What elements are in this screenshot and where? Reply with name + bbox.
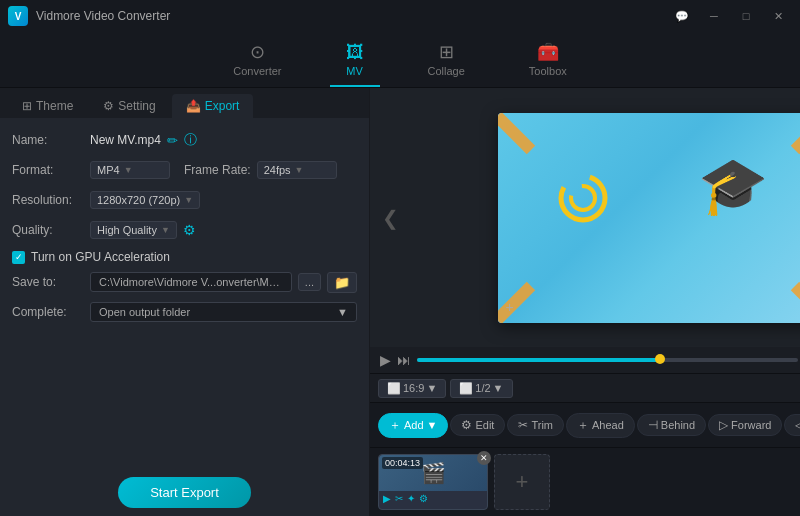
graduation-cap-icon: 🎓	[698, 153, 768, 219]
mv-icon: 🖼	[346, 42, 364, 63]
timeline-edit-button[interactable]: ⚙ Edit	[450, 414, 505, 436]
add-label: Add	[404, 419, 424, 431]
format-value: MP4	[97, 164, 120, 176]
gpu-checkbox[interactable]: ✓	[12, 251, 25, 264]
format-label: Format:	[12, 163, 84, 177]
frame-rate-dropdown[interactable]: 24fps ▼	[257, 161, 337, 179]
add-clip-button[interactable]: +	[494, 454, 550, 510]
play-button[interactable]: ▶	[380, 352, 391, 368]
clip-close-button[interactable]: ✕	[477, 451, 491, 465]
preview-background: 🎓 + +	[498, 113, 800, 323]
timeline-ahead-button[interactable]: ＋ Ahead	[566, 413, 635, 438]
quality-row: Quality: High Quality ▼ ⚙	[12, 218, 357, 242]
forward-icon: ▷	[719, 418, 728, 432]
trim-label: Trim	[531, 419, 553, 431]
resolution-dropdown[interactable]: 1280x720 (720p) ▼	[90, 191, 200, 209]
sub-tab-setting[interactable]: ⚙ Setting	[89, 94, 169, 118]
tab-toolbox[interactable]: 🧰 Toolbox	[513, 35, 583, 87]
gpu-label: Turn on GPU Acceleration	[31, 250, 170, 264]
timeline-add-button[interactable]: ＋ Add ▼	[378, 413, 448, 438]
main-area: ⊞ Theme ⚙ Setting 📤 Export Name: New MV.…	[0, 88, 800, 516]
behind-icon: ⊣	[648, 418, 658, 432]
timeline-toolbar: ＋ Add ▼ ⚙ Edit ✂ Trim ＋ Ahead ⊣	[370, 403, 800, 448]
complete-arrow-icon: ▼	[337, 306, 348, 318]
forward-label: Forward	[731, 419, 771, 431]
ahead-icon: ＋	[577, 417, 589, 434]
complete-dropdown[interactable]: Open output folder ▼	[90, 302, 357, 322]
tab-toolbox-label: Toolbox	[529, 65, 567, 77]
ahead-label: Ahead	[592, 419, 624, 431]
tape-top-right	[790, 113, 800, 154]
add-icon: ＋	[389, 417, 401, 434]
app-icon: V	[8, 6, 28, 26]
clip-more-icon[interactable]: ⚙	[419, 493, 428, 504]
clip-play-icon[interactable]: ▶	[383, 493, 391, 504]
trim-icon: ✂	[518, 418, 528, 432]
browse-folder-button[interactable]: 📁	[327, 272, 357, 293]
plus-icon-bottom-left[interactable]: +	[506, 299, 514, 315]
complete-value: Open output folder	[99, 306, 190, 318]
minimize-button[interactable]: ─	[700, 6, 728, 26]
step-forward-button[interactable]: ⏭	[397, 352, 411, 368]
page-value: 1/2	[475, 382, 490, 394]
format-dropdown[interactable]: MP4 ▼	[90, 161, 170, 179]
video-controls: ▶ ⏭ 00:04:08.03/00:04:13.03 🔊	[370, 347, 800, 373]
tab-converter[interactable]: ⊙ Converter	[217, 35, 297, 87]
aspect-ratio-button[interactable]: ⬜ 16:9 ▼	[378, 379, 446, 398]
clip-time: 00:04:13	[382, 457, 423, 469]
preview-frame: 🎓 + +	[498, 113, 800, 323]
format-arrow-icon: ▼	[124, 165, 133, 175]
timeline-forward-button[interactable]: ▷ Forward	[708, 414, 782, 436]
svg-point-1	[571, 186, 595, 210]
save-path-display: C:\Vidmore\Vidmore V...onverter\MV Expor…	[90, 272, 292, 292]
browse-dots-button[interactable]: ...	[298, 273, 321, 291]
clip-edit-icon[interactable]: ✂	[395, 493, 403, 504]
complete-row: Complete: Open output folder ▼	[12, 300, 357, 324]
clip-effects-icon[interactable]: ✦	[407, 493, 415, 504]
name-value: New MV.mp4	[90, 133, 161, 147]
quality-label: Quality:	[12, 223, 84, 237]
tab-converter-label: Converter	[233, 65, 281, 77]
frame-rate-label: Frame Rate:	[184, 163, 251, 177]
progress-bar[interactable]	[417, 358, 798, 362]
tape-bottom-left	[498, 281, 535, 322]
chat-button[interactable]: 💬	[668, 6, 696, 26]
behind-label: Behind	[661, 419, 695, 431]
setting-icon: ⚙	[103, 99, 114, 113]
tab-collage[interactable]: ⊞ Collage	[412, 35, 481, 87]
timeline-trim-button[interactable]: ✂ Trim	[507, 414, 564, 436]
quality-dropdown[interactable]: High Quality ▼	[90, 221, 177, 239]
gpu-row: ✓ Turn on GPU Acceleration	[12, 250, 357, 264]
preview-nav-left[interactable]: ❮	[374, 198, 407, 238]
sub-tab-theme[interactable]: ⊞ Theme	[8, 94, 87, 118]
progress-thumb[interactable]	[655, 354, 665, 364]
converter-icon: ⊙	[250, 41, 265, 63]
start-export-button-left[interactable]: Start Export	[118, 477, 251, 508]
name-edit-icon[interactable]: ✏	[167, 133, 178, 148]
aspect-ratio-icon: ⬜	[387, 382, 401, 395]
resolution-row: Resolution: 1280x720 (720p) ▼	[12, 188, 357, 212]
spiral-icon	[553, 168, 613, 240]
aspect-ratio-arrow: ▼	[426, 382, 437, 394]
start-export-area: Start Export	[0, 465, 369, 516]
save-to-label: Save to:	[12, 275, 84, 289]
timeline-track: 🎬 ▶ ✂ ✦ ⚙ 00:04:13 ✕ +	[370, 448, 800, 516]
export-icon: 📤	[186, 99, 201, 113]
timeline-backward-button[interactable]: ◁ Backward	[784, 414, 800, 436]
svg-point-0	[561, 176, 605, 220]
timeline-behind-button[interactable]: ⊣ Behind	[637, 414, 706, 436]
edit-icon: ⚙	[461, 418, 472, 432]
tab-mv[interactable]: 🖼 MV	[330, 36, 380, 87]
collage-icon: ⊞	[439, 41, 454, 63]
resolution-arrow-icon: ▼	[184, 195, 193, 205]
maximize-button[interactable]: □	[732, 6, 760, 26]
name-info-icon[interactable]: ⓘ	[184, 131, 197, 149]
quality-value: High Quality	[97, 224, 157, 236]
nav-tabs: ⊙ Converter 🖼 MV ⊞ Collage 🧰 Toolbox	[0, 32, 800, 88]
sub-tab-export[interactable]: 📤 Export	[172, 94, 254, 118]
page-indicator[interactable]: ⬜ 1/2 ▼	[450, 379, 512, 398]
frame-rate-value: 24fps	[264, 164, 291, 176]
quality-settings-icon[interactable]: ⚙	[183, 222, 196, 238]
close-button[interactable]: ✕	[764, 6, 792, 26]
theme-icon: ⊞	[22, 99, 32, 113]
